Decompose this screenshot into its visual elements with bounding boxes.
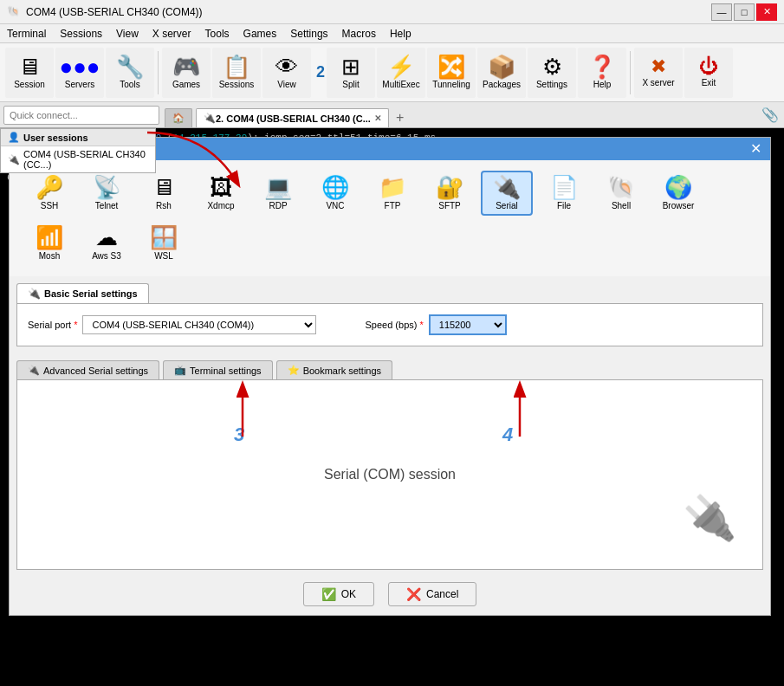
tab-terminal-settings[interactable]: 📺 Terminal settings bbox=[163, 360, 273, 379]
browser-label: Browser bbox=[663, 201, 695, 210]
toolbar-games-button[interactable]: 🎮 Games bbox=[162, 48, 211, 98]
exit-label: Exit bbox=[702, 78, 716, 87]
dialog-footer: ✅ OK ❌ Cancel bbox=[10, 577, 770, 615]
lower-tabs: 🔌 Advanced Serial settings 📺 Terminal se… bbox=[10, 353, 770, 379]
title-bar: 🐚 COM4 (USB-SERIAL CH340 (COM4)) — □ ✕ bbox=[0, 0, 784, 24]
ok-button[interactable]: ✅ OK bbox=[303, 582, 374, 606]
toolbar-multiexec-button[interactable]: ⚡ MultiExec bbox=[377, 48, 425, 98]
terminal-settings-tab-label: Terminal settings bbox=[190, 366, 262, 376]
session-type-ftp[interactable]: 📁 FTP bbox=[366, 171, 418, 216]
session-type-shell[interactable]: 🐚 Shell bbox=[595, 171, 647, 216]
tab-add-button[interactable]: + bbox=[391, 108, 409, 127]
minimize-button[interactable]: — bbox=[711, 3, 732, 21]
toolbar-packages-button[interactable]: 📦 Packages bbox=[477, 48, 526, 98]
rsh-label: Rsh bbox=[156, 201, 172, 210]
session-type-awss3[interactable]: ☁ Aws S3 bbox=[81, 221, 133, 266]
tab-basic-serial[interactable]: 🔌 Basic Serial settings bbox=[16, 283, 149, 303]
toolbar-settings-button[interactable]: ⚙ Settings bbox=[528, 48, 576, 98]
tab-bookmark-settings[interactable]: ⭐ Bookmark settings bbox=[276, 360, 392, 379]
rdp-icon: 💻 bbox=[264, 176, 292, 198]
menu-sessions[interactable]: Sessions bbox=[53, 26, 109, 42]
window-controls: — □ ✕ bbox=[711, 3, 777, 21]
session-type-sftp[interactable]: 🔐 SFTP bbox=[424, 171, 476, 216]
session-type-telnet[interactable]: 📡 Telnet bbox=[81, 171, 133, 216]
ssh-label: SSH bbox=[41, 201, 59, 210]
menu-macros[interactable]: Macros bbox=[335, 26, 383, 42]
ftp-label: FTP bbox=[385, 201, 401, 210]
sessions-label: Sessions bbox=[219, 80, 255, 89]
menu-help[interactable]: Help bbox=[383, 26, 418, 42]
settings-icon: ⚙ bbox=[542, 55, 562, 78]
dialog-overlay: Session settings ✕ 🔑 SSH 📡 Telnet 🖥 Rsh bbox=[0, 128, 784, 686]
session-list-item-com4[interactable]: 🔌 COM4 (USB-SERIAL CH340 (CC...) bbox=[1, 146, 155, 172]
multiexec-label: MultiExec bbox=[382, 80, 419, 89]
serial-type-icon: 🔌 bbox=[493, 176, 521, 198]
menu-terminal[interactable]: Terminal bbox=[0, 26, 53, 42]
toolbar: 🖥 Session ●●● Servers 🔧 Tools 🎮 Games 📋 … bbox=[0, 43, 784, 102]
session-type-xdmcp[interactable]: 🖼 Xdmcp bbox=[195, 171, 247, 216]
tab-com4-label: 2. COM4 (USB-SERIAL CH340 (C... bbox=[216, 113, 371, 124]
tunneling-label: Tunneling bbox=[432, 80, 470, 89]
session-type-ssh[interactable]: 🔑 SSH bbox=[23, 171, 75, 216]
session-type-wsl[interactable]: 🪟 WSL bbox=[138, 221, 190, 266]
speed-select[interactable]: 115200 bbox=[429, 314, 507, 335]
rdp-label: RDP bbox=[269, 201, 287, 210]
tab-com4[interactable]: 🔌 2. COM4 (USB-SERIAL CH340 (C... ✕ bbox=[196, 108, 389, 127]
session-type-serial[interactable]: 🔌 Serial bbox=[481, 171, 533, 216]
home-icon: 🏠 bbox=[172, 113, 185, 124]
serial-port-select[interactable]: COM4 (USB-SERIAL CH340 (COM4)) bbox=[82, 315, 316, 334]
cancel-icon: ❌ bbox=[406, 587, 421, 601]
cancel-button[interactable]: ❌ Cancel bbox=[388, 582, 476, 606]
mosh-icon: 📶 bbox=[36, 226, 63, 249]
app-icon: 🐚 bbox=[7, 5, 21, 19]
window-close-button[interactable]: ✕ bbox=[756, 3, 777, 21]
lower-content-label: Serial (COM) session bbox=[324, 467, 456, 482]
toolbar-sessions-button[interactable]: 📋 Sessions bbox=[212, 48, 261, 98]
toolbar-session-button[interactable]: 🖥 Session bbox=[5, 48, 54, 98]
toolbar-exit-button[interactable]: ⏻ Exit bbox=[684, 48, 733, 98]
toolbar-help-button[interactable]: ❓ Help bbox=[578, 48, 626, 98]
maximize-button[interactable]: □ bbox=[734, 3, 755, 21]
dialog-close-button[interactable]: ✕ bbox=[750, 142, 761, 156]
browser-icon: 🌍 bbox=[664, 176, 692, 198]
tab-home[interactable]: 🏠 bbox=[165, 108, 192, 127]
session-icon: 🖥 bbox=[18, 55, 41, 78]
advanced-serial-tab-label: Advanced Serial settings bbox=[43, 366, 148, 376]
split-icon: ⊞ bbox=[341, 55, 360, 78]
session-type-rsh[interactable]: 🖥 Rsh bbox=[138, 171, 190, 216]
annotation-3: 3 bbox=[234, 424, 244, 446]
cancel-label: Cancel bbox=[426, 588, 458, 600]
menu-xserver[interactable]: X server bbox=[146, 26, 198, 42]
toolbar-tools-button[interactable]: 🔧 Tools bbox=[106, 48, 154, 98]
toolbar-split-button[interactable]: ⊞ Split bbox=[327, 48, 375, 98]
sftp-label: SFTP bbox=[438, 201, 461, 210]
wsl-icon: 🪟 bbox=[150, 226, 178, 249]
com4-label: COM4 (USB-SERIAL CH340 (CC...) bbox=[23, 149, 148, 170]
session-label: Session bbox=[14, 80, 45, 89]
terminal-settings-tab-icon: 📺 bbox=[174, 365, 186, 376]
menu-view[interactable]: View bbox=[109, 26, 146, 42]
view-icon: 👁 bbox=[275, 55, 298, 78]
help-icon: ❓ bbox=[588, 55, 616, 78]
session-type-vnc[interactable]: 🌐 VNC bbox=[309, 171, 361, 216]
toolbar-view-button[interactable]: 👁 View bbox=[262, 48, 311, 98]
menu-settings[interactable]: Settings bbox=[283, 26, 334, 42]
session-type-file[interactable]: 📄 File bbox=[538, 171, 590, 216]
menu-games[interactable]: Games bbox=[236, 26, 284, 42]
toolbar-xserver-button[interactable]: ✖ X server bbox=[634, 48, 683, 98]
menu-tools[interactable]: Tools bbox=[198, 26, 236, 42]
session-type-mosh[interactable]: 📶 Mosh bbox=[23, 221, 75, 266]
multiexec-icon: ⚡ bbox=[387, 55, 415, 78]
serial-port-group: Serial port * COM4 (USB-SERIAL CH340 (CO… bbox=[28, 315, 316, 334]
awss3-icon: ☁ bbox=[95, 226, 118, 249]
main-content: 64 bytes from 14.215.177.39 (14.215.177.… bbox=[0, 128, 784, 686]
dialog-tabs: 🔌 Basic Serial settings bbox=[10, 283, 770, 303]
toolbar-tunneling-button[interactable]: 🔀 Tunneling bbox=[427, 48, 476, 98]
session-type-browser[interactable]: 🌍 Browser bbox=[652, 171, 704, 216]
session-type-rdp[interactable]: 💻 RDP bbox=[252, 171, 304, 216]
tab-advanced-serial[interactable]: 🔌 Advanced Serial settings bbox=[16, 360, 159, 379]
quick-connect-input[interactable] bbox=[3, 106, 159, 125]
xdmcp-label: Xdmcp bbox=[207, 201, 234, 210]
tab-close-icon[interactable]: ✕ bbox=[374, 113, 381, 123]
toolbar-servers-button[interactable]: ●●● Servers bbox=[55, 48, 104, 98]
